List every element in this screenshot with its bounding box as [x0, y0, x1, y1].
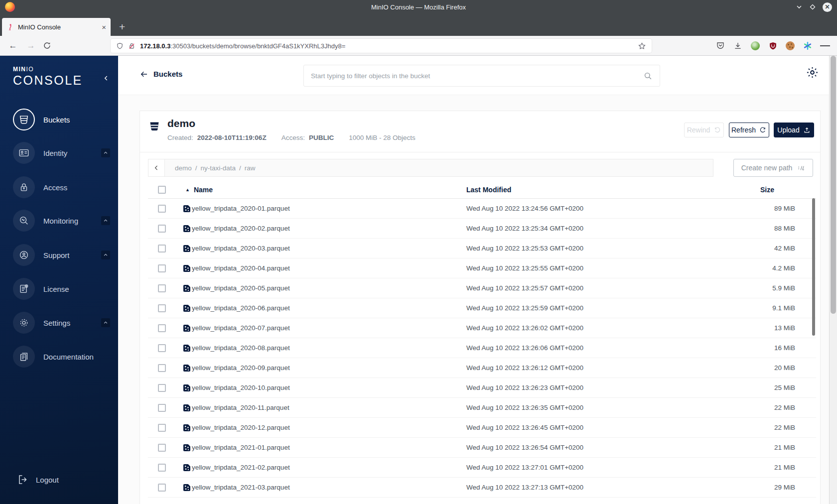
table-row[interactable]: yellow_tripdata_2021-02.parquet Wed Aug … — [148, 458, 816, 478]
menu-icon[interactable] — [820, 41, 830, 51]
sidebar-item-identity[interactable]: Identity — [13, 142, 118, 164]
object-name[interactable]: yellow_tripdata_2020-08.parquet — [191, 344, 466, 352]
row-checkbox[interactable] — [158, 484, 166, 492]
window-close-icon[interactable]: ✕ — [823, 2, 832, 12]
object-name[interactable]: yellow_tripdata_2020-05.parquet — [191, 284, 466, 292]
tracking-shield-icon[interactable] — [116, 42, 124, 50]
row-checkbox[interactable] — [158, 344, 166, 352]
table-row[interactable]: yellow_tripdata_2020-09.parquet Wed Aug … — [148, 358, 816, 378]
table-row[interactable]: yellow_tripdata_2021-01.parquet Wed Aug … — [148, 438, 816, 458]
sidebar-item-support[interactable]: Support — [13, 244, 118, 266]
url-bar[interactable]: 172.18.0.3:30503/buckets/demo/browse/bnk… — [111, 39, 652, 53]
table-row[interactable]: yellow_tripdata_2021-03.parquet Wed Aug … — [148, 478, 816, 498]
sidebar-item-license[interactable]: License — [13, 278, 118, 300]
sidebar-item-buckets[interactable]: Buckets — [13, 109, 118, 130]
row-checkbox[interactable] — [158, 404, 166, 412]
table-scrollbar-thumb[interactable] — [812, 198, 815, 336]
row-checkbox[interactable] — [158, 304, 166, 312]
ublock-origin-icon[interactable] — [768, 41, 778, 51]
table-row[interactable]: yellow_tripdata_2020-08.parquet Wed Aug … — [148, 338, 816, 358]
object-name[interactable]: yellow_tripdata_2020-04.parquet — [191, 264, 466, 272]
object-name[interactable]: yellow_tripdata_2020-02.parquet — [191, 225, 466, 232]
object-name[interactable]: yellow_tripdata_2020-10.parquet — [191, 384, 466, 391]
row-checkbox[interactable] — [158, 364, 166, 372]
select-all-checkbox[interactable] — [158, 186, 166, 194]
object-name[interactable]: yellow_tripdata_2020-12.parquet — [191, 424, 466, 431]
containers-icon[interactable] — [803, 41, 813, 51]
object-size: 9.1 MiB — [735, 304, 816, 312]
pocket-icon[interactable] — [715, 41, 725, 51]
row-checkbox[interactable] — [158, 324, 166, 332]
back-to-buckets-button[interactable]: Buckets — [140, 70, 182, 78]
row-checkbox[interactable] — [158, 464, 166, 472]
cookie-icon[interactable] — [785, 41, 795, 51]
sidebar-item-settings[interactable]: Settings — [13, 312, 118, 334]
path-back-button[interactable] — [148, 159, 165, 177]
chevron-up-icon[interactable] — [101, 216, 110, 225]
sidebar-collapse-icon[interactable] — [103, 75, 110, 82]
page-scrollbar-thumb[interactable] — [831, 56, 836, 314]
sidebar-item-logout[interactable]: Logout — [17, 469, 118, 491]
breadcrumb-segment[interactable]: demo — [175, 164, 192, 172]
column-header-size[interactable]: Size — [735, 186, 816, 194]
table-row[interactable]: yellow_tripdata_2020-06.parquet Wed Aug … — [148, 298, 816, 318]
tab-close-icon[interactable]: × — [102, 23, 106, 31]
row-checkbox[interactable] — [158, 284, 166, 292]
table-row[interactable]: yellow_tripdata_2020-07.parquet Wed Aug … — [148, 318, 816, 338]
object-name[interactable]: yellow_tripdata_2021-01.parquet — [191, 444, 466, 451]
license-icon — [13, 278, 35, 300]
create-new-path-button[interactable]: Create new path — [733, 159, 813, 177]
object-name[interactable]: yellow_tripdata_2020-06.parquet — [191, 304, 466, 312]
column-header-name[interactable]: Name — [194, 186, 213, 194]
sidebar-item-documentation[interactable]: Documentation — [13, 346, 118, 368]
window-minimize-icon[interactable] — [796, 3, 803, 10]
breadcrumb-segment[interactable]: raw — [245, 164, 256, 172]
object-name[interactable]: yellow_tripdata_2020-09.parquet — [191, 364, 466, 372]
object-name[interactable]: yellow_tripdata_2020-03.parquet — [191, 245, 466, 252]
table-row[interactable]: yellow_tripdata_2020-02.parquet Wed Aug … — [148, 219, 816, 239]
row-checkbox[interactable] — [158, 384, 166, 392]
table-row[interactable]: yellow_tripdata_2020-03.parquet Wed Aug … — [148, 239, 816, 258]
sort-asc-icon[interactable]: ▲ — [185, 187, 190, 192]
object-name[interactable]: yellow_tripdata_2020-07.parquet — [191, 324, 466, 332]
object-name[interactable]: yellow_tripdata_2021-02.parquet — [191, 464, 466, 471]
insecure-lock-icon[interactable] — [128, 42, 136, 50]
table-row[interactable]: yellow_tripdata_2020-01.parquet Wed Aug … — [148, 199, 816, 219]
page-scrollbar[interactable] — [829, 56, 837, 504]
refresh-button[interactable]: Refresh — [729, 123, 769, 137]
sidebar-item-access[interactable]: Access — [13, 176, 118, 198]
table-row[interactable]: yellow_tripdata_2020-10.parquet Wed Aug … — [148, 378, 816, 398]
privacy-badger-icon[interactable] — [750, 41, 760, 51]
column-header-modified[interactable]: Last Modified — [466, 186, 735, 194]
browser-tab[interactable]: MinIO Console × — [2, 18, 111, 36]
row-checkbox[interactable] — [158, 424, 166, 432]
row-checkbox[interactable] — [158, 245, 166, 252]
reload-icon[interactable] — [43, 41, 55, 50]
row-checkbox[interactable] — [158, 205, 166, 213]
window-maximize-icon[interactable] — [809, 3, 816, 10]
download-icon[interactable] — [733, 41, 743, 51]
upload-button[interactable]: Upload — [774, 123, 814, 137]
url-text[interactable]: 172.18.0.3:30503/buckets/demo/browse/bnk… — [140, 42, 633, 50]
row-checkbox[interactable] — [158, 444, 166, 452]
chevron-up-icon[interactable] — [101, 148, 110, 157]
tab-title: MinIO Console — [18, 23, 98, 31]
bookmark-star-icon[interactable] — [638, 42, 646, 50]
object-filter-input[interactable] — [311, 72, 643, 80]
table-row[interactable]: yellow_tripdata_2020-11.parquet Wed Aug … — [148, 398, 816, 418]
sidebar-item-monitoring[interactable]: Monitoring — [13, 210, 118, 232]
row-checkbox[interactable] — [158, 225, 166, 233]
object-name[interactable]: yellow_tripdata_2021-03.parquet — [191, 484, 466, 491]
object-name[interactable]: yellow_tripdata_2020-11.parquet — [191, 404, 466, 411]
row-checkbox[interactable] — [158, 264, 166, 272]
chevron-up-icon[interactable] — [101, 318, 110, 327]
table-row[interactable]: yellow_tripdata_2020-12.parquet Wed Aug … — [148, 418, 816, 438]
table-row[interactable]: yellow_tripdata_2020-05.parquet Wed Aug … — [148, 278, 816, 298]
settings-gear-icon[interactable] — [806, 66, 819, 79]
new-tab-button[interactable]: + — [119, 21, 125, 32]
breadcrumb-segment[interactable]: ny-taxi-data — [201, 164, 236, 172]
back-icon[interactable]: ← — [7, 41, 19, 51]
object-name[interactable]: yellow_tripdata_2020-01.parquet — [191, 205, 466, 212]
chevron-up-icon[interactable] — [101, 251, 110, 259]
table-row[interactable]: yellow_tripdata_2020-04.parquet Wed Aug … — [148, 258, 816, 278]
